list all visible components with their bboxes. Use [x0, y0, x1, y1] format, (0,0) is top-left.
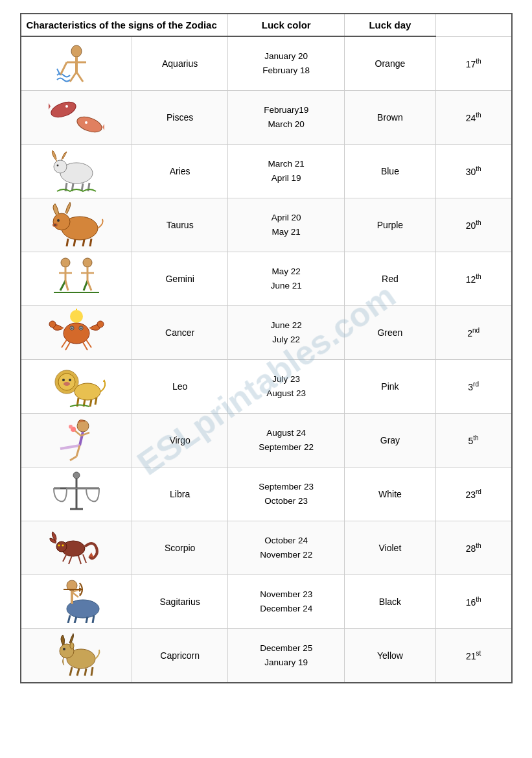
sign-dates-sagittarius: November 23December 24: [228, 575, 345, 629]
table-row: Pisces February19March 20 Brown 24th: [21, 91, 512, 145]
zodiac-icon-cell-leo: [21, 360, 132, 414]
table-row: Capricorn December 25January 19 Yellow 2…: [21, 629, 512, 683]
svg-point-7: [49, 99, 77, 120]
svg-line-91: [86, 617, 87, 623]
svg-line-105: [91, 667, 93, 676]
sign-dates-capricorn: December 25January 19: [228, 629, 345, 683]
svg-point-42: [49, 321, 56, 327]
sign-dates-virgo: August 24September 22: [228, 414, 345, 468]
svg-line-68: [70, 456, 76, 460]
svg-line-38: [84, 281, 87, 290]
table-row: Sagitarius November 23December 24 Black …: [21, 575, 512, 629]
sign-name-aquarius: Aquarius: [132, 36, 227, 91]
svg-line-104: [85, 669, 86, 676]
svg-line-39: [87, 281, 91, 290]
luck-day-libra: 23rd: [435, 468, 511, 521]
svg-point-57: [62, 379, 65, 381]
sign-dates-cancer: June 22July 22: [228, 306, 345, 360]
luck-color-libra: White: [345, 468, 436, 521]
svg-point-106: [63, 648, 65, 650]
svg-line-89: [68, 615, 70, 623]
svg-line-34: [65, 281, 68, 290]
luck-day-virgo: 5th: [435, 414, 511, 468]
luck-day-taurus: 20th: [435, 198, 511, 252]
luck-day-pisces: 24th: [435, 91, 511, 145]
col-luck-color-header: Luck color: [228, 14, 345, 36]
svg-line-44: [62, 340, 67, 348]
col-luck-day-header: Luck day: [345, 14, 436, 36]
svg-line-22: [67, 239, 68, 246]
svg-point-87: [62, 545, 64, 547]
luck-color-gemini: Red: [345, 252, 436, 306]
svg-line-23: [74, 239, 75, 246]
luck-day-leo: 3rd: [435, 360, 511, 414]
svg-marker-8: [49, 103, 51, 110]
svg-line-25: [90, 239, 91, 246]
table-row: Cancer June 22July 22 Green 2nd: [21, 306, 512, 360]
luck-day-aquarius: 17th: [435, 36, 511, 91]
svg-point-58: [69, 379, 71, 381]
sign-name-gemini: Gemini: [132, 252, 227, 306]
luck-day-cancer: 2nd: [435, 306, 511, 360]
svg-line-3: [70, 72, 76, 82]
sign-dates-taurus: April 20May 21: [228, 198, 345, 252]
table-row: Aquarius January 20February 18 Orange 17…: [21, 36, 512, 91]
zodiac-icon-cell-aquarius: [21, 36, 132, 91]
sign-name-pisces: Pisces: [132, 91, 227, 145]
svg-point-30: [61, 258, 70, 267]
table-row: Taurus April 20May 21 Purple 20th: [21, 198, 512, 252]
table-row: Leo July 23August 23 Pink 3rd: [21, 360, 512, 414]
luck-color-cancer: Green: [345, 306, 436, 360]
zodiac-icon-cell-scorpio: [21, 521, 132, 575]
sign-dates-aries: March 21April 19: [228, 145, 345, 198]
svg-point-0: [71, 45, 82, 57]
svg-point-72: [69, 425, 73, 429]
luck-day-sagittarius: 16th: [435, 575, 511, 629]
zodiac-icon-cell-libra: [21, 468, 132, 521]
svg-line-102: [70, 667, 72, 676]
svg-point-80: [56, 541, 67, 552]
svg-line-47: [86, 340, 91, 348]
svg-point-107: [70, 643, 74, 649]
svg-point-10: [75, 114, 103, 135]
sign-name-capricorn: Capricorn: [132, 629, 227, 683]
sign-name-cancer: Cancer: [132, 306, 227, 360]
table-row: Virgo August 24September 22 Gray 5th: [21, 414, 512, 468]
svg-line-90: [75, 617, 76, 623]
zodiac-icon-cell-gemini: [21, 252, 132, 306]
svg-line-84: [78, 556, 81, 564]
sign-name-sagittarius: Sagitarius: [132, 575, 227, 629]
svg-line-24: [83, 239, 84, 246]
luck-color-capricorn: Yellow: [345, 629, 436, 683]
svg-marker-11: [102, 124, 104, 130]
svg-line-66: [60, 445, 80, 449]
table-header: Characteristics of the signs of the Zodi…: [21, 14, 512, 36]
svg-point-43: [97, 321, 104, 327]
luck-day-capricorn: 21st: [435, 629, 511, 683]
svg-point-12: [85, 121, 87, 124]
table-title: Characteristics of the signs of the Zodi…: [21, 14, 228, 36]
luck-color-taurus: Purple: [345, 198, 436, 252]
zodiac-icon-cell-pisces: [21, 91, 132, 145]
zodiac-icon-cell-sagittarius: [21, 575, 132, 629]
svg-line-103: [77, 669, 79, 676]
luck-color-aquarius: Orange: [345, 36, 436, 91]
svg-line-65: [80, 432, 83, 445]
sign-dates-leo: July 23August 23: [228, 360, 345, 414]
luck-color-pisces: Brown: [345, 91, 436, 145]
luck-day-aries: 30th: [435, 145, 511, 198]
svg-line-85: [83, 554, 86, 563]
luck-color-leo: Pink: [345, 360, 436, 414]
svg-point-86: [58, 545, 60, 547]
sign-dates-libra: September 23October 23: [228, 468, 345, 521]
table-row: Aries March 21April 19 Blue 30th: [21, 145, 512, 198]
svg-point-28: [54, 224, 55, 226]
page-container: Characteristics of the signs of the Zodi…: [20, 13, 513, 683]
luck-color-virgo: Gray: [345, 414, 436, 468]
svg-line-63: [95, 397, 97, 405]
luck-color-scorpio: Violet: [345, 521, 436, 575]
sign-dates-pisces: February19March 20: [228, 91, 345, 145]
luck-color-sagittarius: Black: [345, 575, 436, 629]
svg-point-51: [80, 327, 82, 329]
svg-line-92: [93, 615, 94, 623]
